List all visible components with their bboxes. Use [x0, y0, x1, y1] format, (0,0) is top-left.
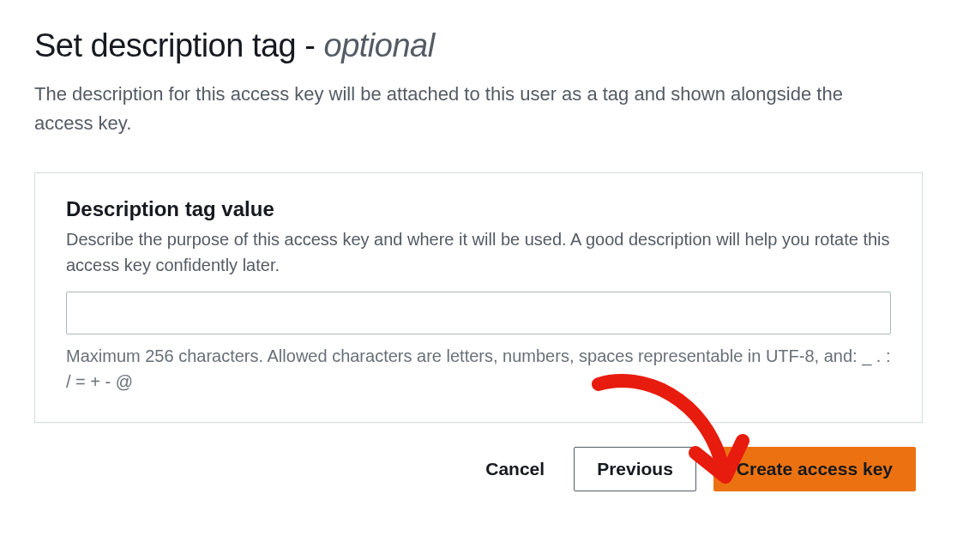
page-subtitle: The description for this access key will… — [34, 80, 892, 138]
page-title-optional: optional — [324, 27, 435, 63]
previous-button[interactable]: Previous — [574, 447, 696, 491]
field-label: Description tag value — [66, 197, 891, 221]
field-help-text: Maximum 256 characters. Allowed characte… — [66, 343, 891, 394]
cancel-button[interactable]: Cancel — [473, 448, 557, 490]
description-tag-input[interactable] — [66, 292, 891, 334]
page-title: Set description tag - optional — [34, 27, 923, 64]
create-access-key-button[interactable]: Create access key — [713, 447, 916, 491]
page-title-main: Set description tag — [34, 27, 296, 63]
description-panel: Description tag value Describe the purpo… — [34, 172, 923, 423]
button-row: Cancel Previous Create access key — [34, 447, 923, 491]
page-title-separator: - — [296, 27, 323, 63]
field-description: Describe the purpose of this access key … — [66, 226, 891, 278]
